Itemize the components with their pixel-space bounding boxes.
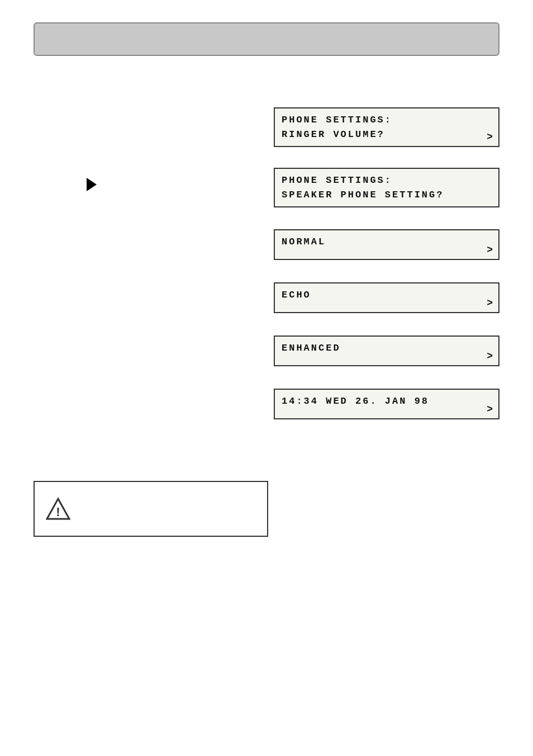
lcd-arrow-echo-icon: > xyxy=(487,297,493,309)
lcd-datetime-label: 14:34 WED 26. JAN 98 xyxy=(282,394,492,409)
selection-arrow-icon xyxy=(87,178,97,191)
lcd-normal-label: NORMAL xyxy=(282,235,492,249)
lcd-enhanced-label: ENHANCED xyxy=(282,341,492,356)
lcd-line2-ringer: RINGER VOLUME? xyxy=(282,127,492,142)
lcd-box-phone-settings-speaker[interactable]: PHONE SETTINGS: SPEAKER PHONE SETTING? xyxy=(274,168,499,207)
svg-text:!: ! xyxy=(56,505,60,519)
lcd-echo-label: ECHO xyxy=(282,288,492,303)
lcd-box-echo[interactable]: ECHO > xyxy=(274,282,499,313)
header-bar xyxy=(34,22,499,56)
warning-box: ! xyxy=(34,481,268,537)
lcd-line2-speaker: SPEAKER PHONE SETTING? xyxy=(282,188,492,202)
lcd-box-enhanced[interactable]: ENHANCED > xyxy=(274,336,499,366)
lcd-box-datetime[interactable]: 14:34 WED 26. JAN 98 > xyxy=(274,389,499,419)
lcd-arrow-enhanced-icon: > xyxy=(487,351,493,362)
lcd-arrow-icon: > xyxy=(487,131,493,143)
warning-triangle-icon: ! xyxy=(46,497,70,521)
lcd-box-phone-settings-ringer[interactable]: PHONE SETTINGS: RINGER VOLUME? > xyxy=(274,107,499,147)
lcd-arrow-normal-icon: > xyxy=(487,244,493,256)
lcd-line1-ringer: PHONE SETTINGS: xyxy=(282,113,492,127)
lcd-box-normal[interactable]: NORMAL > xyxy=(274,229,499,260)
lcd-arrow-datetime-icon: > xyxy=(487,404,493,415)
lcd-line1-speaker: PHONE SETTINGS: xyxy=(282,173,492,188)
